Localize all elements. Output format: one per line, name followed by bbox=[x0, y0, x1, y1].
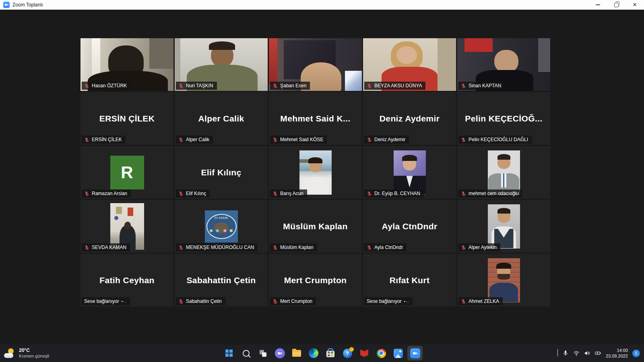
taskbar-task-view-button[interactable] bbox=[255, 346, 270, 360]
muted-mic-icon bbox=[272, 299, 278, 304]
muted-mic-icon bbox=[367, 83, 372, 88]
taskbar-chrome-button[interactable] bbox=[374, 346, 389, 360]
participant-avatar bbox=[488, 258, 520, 302]
participant-name-label: Sinan KAPTAN bbox=[469, 83, 501, 88]
taskbar-clock[interactable]: 14:00 23.09.2022 bbox=[606, 348, 628, 359]
participant-tile[interactable]: Hasan ÖZTÜRK bbox=[80, 38, 173, 91]
participant-nameplate: Ahmet ZELKA bbox=[458, 297, 503, 305]
tray-microphone-button[interactable] bbox=[562, 350, 569, 356]
muted-mic-icon bbox=[461, 299, 466, 304]
participant-nameplate: Ayla CtnDndr bbox=[364, 243, 407, 251]
participant-name-label: Sese bağlanıyor bbox=[367, 298, 402, 304]
participant-tile[interactable]: mehmet cem odacıoğlu bbox=[457, 146, 550, 199]
participant-name-label: Dr. Eyüp B. CEYHAN bbox=[374, 191, 420, 196]
tray-battery-button[interactable] bbox=[595, 350, 601, 356]
participant-tile[interactable]: Deniz Aydemir Deniz Aydemir bbox=[363, 92, 456, 145]
participant-name-label: SEVDA KAMAN bbox=[92, 245, 126, 250]
participant-tile[interactable]: Ahmet ZELKA bbox=[457, 254, 550, 306]
participant-tile[interactable]: Dr. Eyüp B. CEYHAN bbox=[363, 146, 456, 199]
participant-tile[interactable]: R Ramazan Arslan bbox=[80, 146, 173, 199]
participant-tile[interactable]: Mehmet Said K... Mehmet Said KÖSE bbox=[269, 92, 362, 145]
chrome-icon bbox=[377, 349, 386, 358]
participant-tile[interactable]: 22 KASIM MENEKŞE MÜDÜROĞLU CAN bbox=[175, 200, 268, 253]
tray-network-button[interactable] bbox=[573, 350, 580, 356]
clock-date: 23.09.2022 bbox=[606, 354, 628, 358]
participant-nameplate: Mehmet Said KÖSE bbox=[270, 136, 327, 144]
participant-nameplate: Dr. Eyüp B. CEYHAN bbox=[364, 189, 424, 197]
muted-mic-icon bbox=[461, 191, 466, 196]
minimize-button[interactable] bbox=[588, 0, 607, 10]
participant-name-label: Şaban Esen bbox=[280, 83, 306, 88]
participant-tile[interactable]: SEVDA KAMAN bbox=[80, 200, 173, 253]
edge-icon bbox=[309, 348, 318, 358]
participant-tile[interactable]: Sinan KAPTAN bbox=[457, 38, 550, 91]
participant-nameplate: Sinan KAPTAN bbox=[458, 82, 505, 90]
muted-mic-icon bbox=[461, 245, 466, 250]
weather-widget[interactable]: 20°C Kısmen güneşli bbox=[4, 348, 49, 359]
muted-mic-icon bbox=[178, 137, 184, 142]
participant-tile[interactable]: Müslüm Kaplan Müslüm Kaplan bbox=[269, 200, 362, 253]
meeting-canvas: Hasan ÖZTÜRK Nuri TAŞKIN bbox=[0, 10, 644, 344]
tray-volume-button[interactable] bbox=[584, 350, 590, 356]
participant-tile[interactable]: Elif Kılınç Elif Kılınç bbox=[175, 146, 268, 199]
taskbar-file-explorer-button[interactable] bbox=[289, 346, 304, 360]
muted-mic-icon bbox=[367, 191, 372, 196]
participant-avatar bbox=[488, 204, 520, 249]
participant-avatar: 22 KASIM bbox=[205, 210, 238, 243]
participant-tile[interactable]: Nuri TAŞKIN bbox=[175, 38, 268, 91]
muted-mic-icon bbox=[272, 191, 278, 196]
muted-mic-icon bbox=[461, 137, 466, 142]
participant-tile[interactable]: Alper Calik Alper Calik bbox=[175, 92, 268, 145]
participant-tile[interactable]: Sabahattin Çetin Sabahattin Çetin bbox=[175, 254, 268, 306]
participant-tile[interactable]: Rıfat Kurt Sese bağlanıyor •·. bbox=[363, 254, 456, 306]
participant-nameplate: Ramazan Arslan bbox=[82, 189, 131, 197]
participant-name-label: BEYZA AKSU DÜNYA bbox=[374, 83, 422, 88]
participant-tile[interactable]: BEYZA AKSU DÜNYA bbox=[363, 38, 456, 91]
muted-mic-icon bbox=[272, 137, 278, 142]
taskbar-start-button[interactable] bbox=[221, 346, 237, 360]
muted-mic-icon bbox=[367, 245, 372, 250]
taskbar-photos-button[interactable] bbox=[390, 346, 406, 360]
video-chat-icon bbox=[275, 348, 285, 358]
tray-overflow-button[interactable] bbox=[557, 350, 558, 357]
participant-tile[interactable]: Şaban Esen bbox=[269, 38, 362, 91]
start-icon bbox=[225, 350, 233, 357]
taskbar-store-button[interactable] bbox=[323, 346, 338, 360]
muted-mic-icon bbox=[178, 191, 184, 196]
store-icon bbox=[326, 351, 334, 357]
avatar-caption: 22 KASIM bbox=[205, 216, 238, 219]
search-icon bbox=[243, 350, 250, 357]
avatar-initial: R bbox=[110, 156, 144, 189]
taskbar-mcafee-button[interactable] bbox=[357, 346, 372, 360]
taskbar-help-button[interactable] bbox=[340, 346, 355, 360]
muted-mic-icon bbox=[272, 83, 278, 88]
close-icon bbox=[633, 1, 637, 8]
participant-name-label: Deniz Aydemir bbox=[374, 137, 405, 142]
participant-name-label: MENEKŞE MÜDÜROĞLU CAN bbox=[186, 245, 254, 250]
chevron-up-icon bbox=[557, 349, 558, 356]
taskbar-search-button[interactable] bbox=[238, 346, 254, 360]
connecting-dots-icon: •·. bbox=[122, 299, 127, 304]
participant-tile[interactable]: Ayla CtnDndr Ayla CtnDndr bbox=[363, 200, 456, 253]
taskbar-zoom-button[interactable] bbox=[407, 346, 423, 360]
wifi-icon bbox=[573, 350, 580, 356]
participant-tile[interactable]: Mert Crumpton Mert Crumpton bbox=[269, 254, 362, 306]
participant-tile[interactable]: Alper Aytekin bbox=[457, 200, 550, 253]
close-button[interactable] bbox=[625, 0, 644, 10]
participant-name-label: mehmet cem odacıoğlu bbox=[469, 191, 519, 196]
participant-tile[interactable]: ERSİN ÇİLEK ERSİN ÇİLEK bbox=[80, 92, 173, 145]
muted-mic-icon bbox=[178, 299, 184, 304]
photos-icon bbox=[394, 349, 403, 358]
taskbar-edge-button[interactable] bbox=[306, 346, 321, 360]
taskbar-video-chat-button[interactable] bbox=[272, 346, 287, 360]
participant-nameplate: Sese bağlanıyor •·. bbox=[364, 297, 413, 305]
participant-name-label: Alper Calik bbox=[186, 137, 209, 142]
participant-name-label: Nuri TAŞKIN bbox=[186, 83, 213, 88]
restore-button[interactable] bbox=[607, 0, 625, 10]
notification-badge[interactable]: 5 bbox=[632, 350, 640, 357]
participant-tile[interactable]: Barış Acun bbox=[269, 146, 362, 199]
muted-mic-icon bbox=[461, 83, 466, 88]
participant-tile[interactable]: Fatih Ceyhan Sese bağlanıyor •·. bbox=[80, 254, 173, 306]
muted-mic-icon bbox=[367, 137, 372, 142]
participant-tile[interactable]: Pelin KEÇECİOĞ... Pelin KEÇECİOĞLU DAĞLI bbox=[457, 92, 550, 145]
